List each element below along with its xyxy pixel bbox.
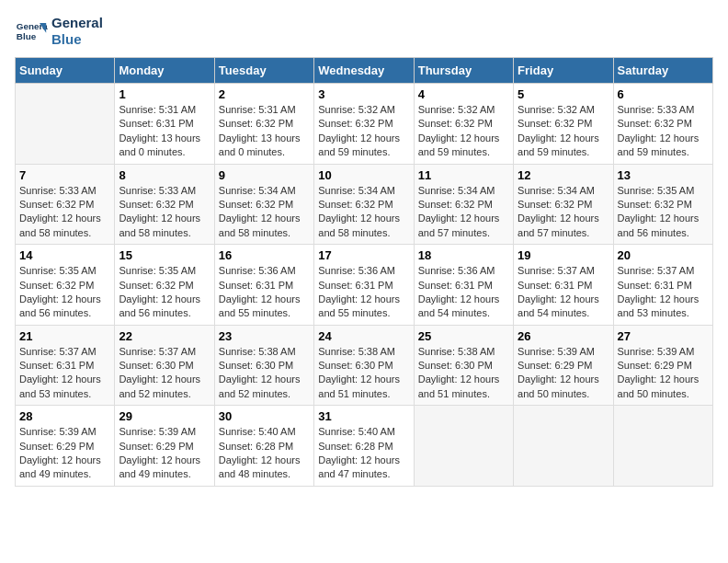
day-number: 31 [318, 409, 409, 423]
day-info: Sunrise: 5:35 AM Sunset: 6:32 PM Dayligh… [618, 184, 709, 241]
day-info: Sunrise: 5:33 AM Sunset: 6:32 PM Dayligh… [19, 184, 110, 241]
day-number: 19 [518, 248, 609, 262]
calendar-table: SundayMondayTuesdayWednesdayThursdayFrid… [15, 57, 713, 487]
day-number: 15 [119, 248, 210, 262]
day-info: Sunrise: 5:34 AM Sunset: 6:32 PM Dayligh… [219, 184, 310, 241]
day-number: 8 [119, 168, 210, 182]
day-info: Sunrise: 5:36 AM Sunset: 6:31 PM Dayligh… [418, 264, 509, 321]
day-info: Sunrise: 5:39 AM Sunset: 6:29 PM Dayligh… [618, 345, 709, 402]
day-number: 26 [518, 329, 609, 343]
calendar-cell: 4Sunrise: 5:32 AM Sunset: 6:32 PM Daylig… [414, 84, 513, 165]
logo-icon: General Blue [15, 15, 48, 48]
calendar-cell [414, 406, 513, 487]
calendar-cell: 31Sunrise: 5:40 AM Sunset: 6:28 PM Dayli… [314, 406, 414, 487]
calendar-cell: 19Sunrise: 5:37 AM Sunset: 6:31 PM Dayli… [514, 245, 613, 326]
calendar-week-3: 14Sunrise: 5:35 AM Sunset: 6:32 PM Dayli… [16, 245, 713, 326]
day-info: Sunrise: 5:34 AM Sunset: 6:32 PM Dayligh… [518, 184, 609, 241]
col-header-wednesday: Wednesday [314, 58, 414, 84]
day-number: 21 [19, 329, 110, 343]
calendar-cell: 15Sunrise: 5:35 AM Sunset: 6:32 PM Dayli… [115, 245, 214, 326]
calendar-cell: 20Sunrise: 5:37 AM Sunset: 6:31 PM Dayli… [613, 245, 712, 326]
day-number: 2 [219, 87, 310, 101]
day-number: 24 [318, 329, 409, 343]
day-info: Sunrise: 5:32 AM Sunset: 6:32 PM Dayligh… [518, 103, 609, 160]
day-info: Sunrise: 5:38 AM Sunset: 6:30 PM Dayligh… [318, 345, 409, 402]
calendar-cell: 13Sunrise: 5:35 AM Sunset: 6:32 PM Dayli… [613, 164, 712, 245]
day-number: 27 [618, 329, 709, 343]
day-info: Sunrise: 5:40 AM Sunset: 6:28 PM Dayligh… [219, 425, 310, 482]
calendar-cell: 14Sunrise: 5:35 AM Sunset: 6:32 PM Dayli… [16, 245, 115, 326]
day-number: 5 [518, 87, 609, 101]
calendar-cell: 26Sunrise: 5:39 AM Sunset: 6:29 PM Dayli… [514, 325, 613, 406]
day-number: 23 [219, 329, 310, 343]
day-info: Sunrise: 5:37 AM Sunset: 6:31 PM Dayligh… [618, 264, 709, 321]
calendar-cell: 10Sunrise: 5:34 AM Sunset: 6:32 PM Dayli… [314, 164, 414, 245]
day-info: Sunrise: 5:33 AM Sunset: 6:32 PM Dayligh… [119, 184, 210, 241]
calendar-cell: 23Sunrise: 5:38 AM Sunset: 6:30 PM Dayli… [214, 325, 313, 406]
calendar-cell [514, 406, 613, 487]
day-number: 1 [119, 87, 210, 101]
calendar-cell: 21Sunrise: 5:37 AM Sunset: 6:31 PM Dayli… [16, 325, 115, 406]
day-number: 10 [318, 168, 409, 182]
calendar-week-5: 28Sunrise: 5:39 AM Sunset: 6:29 PM Dayli… [16, 406, 713, 487]
day-info: Sunrise: 5:38 AM Sunset: 6:30 PM Dayligh… [418, 345, 509, 402]
day-number: 3 [318, 87, 409, 101]
calendar-cell: 2Sunrise: 5:31 AM Sunset: 6:32 PM Daylig… [214, 84, 313, 165]
calendar-week-4: 21Sunrise: 5:37 AM Sunset: 6:31 PM Dayli… [16, 325, 713, 406]
calendar-cell: 29Sunrise: 5:39 AM Sunset: 6:29 PM Dayli… [115, 406, 214, 487]
svg-text:Blue: Blue [17, 31, 37, 41]
calendar-cell: 9Sunrise: 5:34 AM Sunset: 6:32 PM Daylig… [214, 164, 313, 245]
day-info: Sunrise: 5:34 AM Sunset: 6:32 PM Dayligh… [318, 184, 409, 241]
day-number: 20 [618, 248, 709, 262]
day-number: 30 [219, 409, 310, 423]
calendar-cell: 3Sunrise: 5:32 AM Sunset: 6:32 PM Daylig… [314, 84, 414, 165]
calendar-cell [16, 84, 115, 165]
day-info: Sunrise: 5:32 AM Sunset: 6:32 PM Dayligh… [318, 103, 409, 160]
calendar-cell: 18Sunrise: 5:36 AM Sunset: 6:31 PM Dayli… [414, 245, 513, 326]
logo: General Blue General Blue [15, 15, 103, 48]
col-header-tuesday: Tuesday [214, 58, 313, 84]
day-info: Sunrise: 5:39 AM Sunset: 6:29 PM Dayligh… [518, 345, 609, 402]
day-number: 4 [418, 87, 509, 101]
day-number: 6 [618, 87, 709, 101]
day-info: Sunrise: 5:36 AM Sunset: 6:31 PM Dayligh… [219, 264, 310, 321]
col-header-saturday: Saturday [613, 58, 712, 84]
day-number: 25 [418, 329, 509, 343]
day-info: Sunrise: 5:31 AM Sunset: 6:31 PM Dayligh… [119, 103, 210, 160]
day-number: 18 [418, 248, 509, 262]
day-number: 29 [119, 409, 210, 423]
day-info: Sunrise: 5:37 AM Sunset: 6:31 PM Dayligh… [19, 345, 110, 402]
calendar-week-1: 1Sunrise: 5:31 AM Sunset: 6:31 PM Daylig… [16, 84, 713, 165]
day-number: 16 [219, 248, 310, 262]
calendar-cell: 6Sunrise: 5:33 AM Sunset: 6:32 PM Daylig… [613, 84, 712, 165]
day-info: Sunrise: 5:36 AM Sunset: 6:31 PM Dayligh… [318, 264, 409, 321]
calendar-cell: 25Sunrise: 5:38 AM Sunset: 6:30 PM Dayli… [414, 325, 513, 406]
day-number: 17 [318, 248, 409, 262]
calendar-cell: 17Sunrise: 5:36 AM Sunset: 6:31 PM Dayli… [314, 245, 414, 326]
calendar-cell: 7Sunrise: 5:33 AM Sunset: 6:32 PM Daylig… [16, 164, 115, 245]
logo-text: General [51, 15, 103, 31]
calendar-cell: 5Sunrise: 5:32 AM Sunset: 6:32 PM Daylig… [514, 84, 613, 165]
day-info: Sunrise: 5:35 AM Sunset: 6:32 PM Dayligh… [119, 264, 210, 321]
calendar-cell: 11Sunrise: 5:34 AM Sunset: 6:32 PM Dayli… [414, 164, 513, 245]
day-info: Sunrise: 5:32 AM Sunset: 6:32 PM Dayligh… [418, 103, 509, 160]
page-header: General Blue General Blue [15, 15, 713, 48]
calendar-cell: 30Sunrise: 5:40 AM Sunset: 6:28 PM Dayli… [214, 406, 313, 487]
calendar-cell: 8Sunrise: 5:33 AM Sunset: 6:32 PM Daylig… [115, 164, 214, 245]
day-info: Sunrise: 5:34 AM Sunset: 6:32 PM Dayligh… [418, 184, 509, 241]
calendar-cell: 22Sunrise: 5:37 AM Sunset: 6:30 PM Dayli… [115, 325, 214, 406]
day-number: 22 [119, 329, 210, 343]
day-info: Sunrise: 5:37 AM Sunset: 6:30 PM Dayligh… [119, 345, 210, 402]
day-number: 9 [219, 168, 310, 182]
day-info: Sunrise: 5:39 AM Sunset: 6:29 PM Dayligh… [19, 425, 110, 482]
calendar-week-2: 7Sunrise: 5:33 AM Sunset: 6:32 PM Daylig… [16, 164, 713, 245]
day-info: Sunrise: 5:35 AM Sunset: 6:32 PM Dayligh… [19, 264, 110, 321]
calendar-cell [613, 406, 712, 487]
logo-text2: Blue [51, 31, 103, 48]
calendar-cell: 1Sunrise: 5:31 AM Sunset: 6:31 PM Daylig… [115, 84, 214, 165]
calendar-cell: 16Sunrise: 5:36 AM Sunset: 6:31 PM Dayli… [214, 245, 313, 326]
calendar-cell: 28Sunrise: 5:39 AM Sunset: 6:29 PM Dayli… [16, 406, 115, 487]
day-info: Sunrise: 5:39 AM Sunset: 6:29 PM Dayligh… [119, 425, 210, 482]
day-info: Sunrise: 5:37 AM Sunset: 6:31 PM Dayligh… [518, 264, 609, 321]
calendar-cell: 24Sunrise: 5:38 AM Sunset: 6:30 PM Dayli… [314, 325, 414, 406]
